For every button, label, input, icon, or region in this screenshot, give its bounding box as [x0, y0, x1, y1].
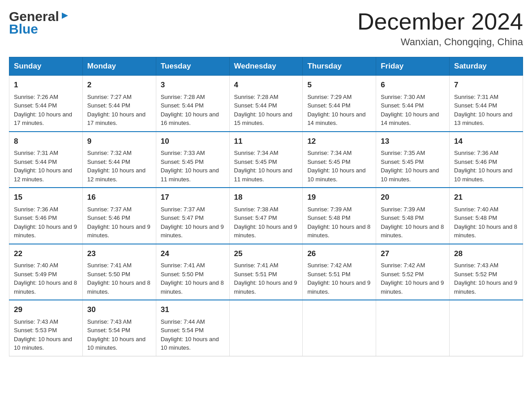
- location-text: Wanxian, Chongqing, China: [357, 36, 523, 48]
- day-number: 26: [307, 248, 371, 260]
- day-info: Sunrise: 7:31 AMSunset: 5:44 PMDaylight:…: [454, 94, 512, 127]
- calendar-cell: 7Sunrise: 7:31 AMSunset: 5:44 PMDaylight…: [450, 76, 523, 132]
- day-number: 21: [454, 192, 518, 203]
- weekday-header-saturday: Saturday: [450, 57, 523, 76]
- calendar-cell: [303, 300, 376, 356]
- calendar-cell: 3Sunrise: 7:28 AMSunset: 5:44 PMDaylight…: [156, 76, 229, 132]
- day-info: Sunrise: 7:26 AMSunset: 5:44 PMDaylight:…: [14, 94, 72, 127]
- day-info: Sunrise: 7:30 AMSunset: 5:44 PMDaylight:…: [381, 94, 439, 127]
- calendar-cell: 2Sunrise: 7:27 AMSunset: 5:44 PMDaylight…: [82, 76, 156, 132]
- day-number: 20: [381, 192, 445, 203]
- calendar-cell: 21Sunrise: 7:40 AMSunset: 5:48 PMDayligh…: [450, 188, 523, 244]
- day-info: Sunrise: 7:37 AMSunset: 5:46 PMDaylight:…: [87, 206, 150, 239]
- calendar-table: SundayMondayTuesdayWednesdayThursdayFrid…: [9, 57, 523, 356]
- calendar-cell: 22Sunrise: 7:40 AMSunset: 5:49 PMDayligh…: [9, 244, 83, 300]
- title-block: December 2024 Wanxian, Chongqing, China: [357, 9, 523, 48]
- day-info: Sunrise: 7:43 AMSunset: 5:52 PMDaylight:…: [454, 262, 517, 295]
- day-number: 4: [234, 79, 298, 91]
- calendar-cell: [450, 300, 523, 356]
- day-number: 10: [161, 136, 225, 147]
- calendar-cell: 20Sunrise: 7:39 AMSunset: 5:48 PMDayligh…: [376, 188, 450, 244]
- day-number: 11: [234, 136, 298, 147]
- day-info: Sunrise: 7:34 AMSunset: 5:45 PMDaylight:…: [234, 150, 292, 183]
- day-number: 9: [87, 136, 151, 147]
- month-title: December 2024: [357, 9, 523, 34]
- calendar-cell: [376, 300, 450, 356]
- weekday-header-thursday: Thursday: [303, 57, 376, 76]
- day-number: 12: [307, 136, 371, 147]
- calendar-cell: 17Sunrise: 7:37 AMSunset: 5:47 PMDayligh…: [156, 188, 229, 244]
- week-row-5: 29Sunrise: 7:43 AMSunset: 5:53 PMDayligh…: [9, 300, 523, 356]
- day-number: 3: [161, 79, 225, 91]
- day-info: Sunrise: 7:43 AMSunset: 5:53 PMDaylight:…: [14, 318, 72, 351]
- day-info: Sunrise: 7:36 AMSunset: 5:46 PMDaylight:…: [14, 206, 77, 239]
- weekday-header-wednesday: Wednesday: [229, 57, 303, 76]
- calendar-cell: [229, 300, 303, 356]
- calendar-cell: 18Sunrise: 7:38 AMSunset: 5:47 PMDayligh…: [229, 188, 303, 244]
- day-number: 14: [454, 136, 518, 147]
- day-info: Sunrise: 7:29 AMSunset: 5:44 PMDaylight:…: [307, 94, 365, 127]
- calendar-cell: 15Sunrise: 7:36 AMSunset: 5:46 PMDayligh…: [9, 188, 83, 244]
- calendar-cell: 23Sunrise: 7:41 AMSunset: 5:50 PMDayligh…: [82, 244, 156, 300]
- logo-blue-text: Blue: [9, 21, 38, 37]
- calendar-cell: 6Sunrise: 7:30 AMSunset: 5:44 PMDaylight…: [376, 76, 450, 132]
- day-info: Sunrise: 7:41 AMSunset: 5:50 PMDaylight:…: [161, 262, 224, 295]
- weekday-header-sunday: Sunday: [9, 57, 83, 76]
- day-number: 1: [14, 79, 78, 91]
- calendar-cell: 28Sunrise: 7:43 AMSunset: 5:52 PMDayligh…: [450, 244, 523, 300]
- day-info: Sunrise: 7:43 AMSunset: 5:54 PMDaylight:…: [87, 318, 146, 351]
- svg-marker-0: [62, 13, 68, 19]
- calendar-cell: 31Sunrise: 7:44 AMSunset: 5:54 PMDayligh…: [156, 300, 229, 356]
- day-number: 30: [87, 304, 151, 316]
- calendar-cell: 9Sunrise: 7:32 AMSunset: 5:44 PMDaylight…: [82, 132, 156, 188]
- day-number: 6: [381, 79, 445, 91]
- day-number: 23: [87, 248, 151, 260]
- week-row-3: 15Sunrise: 7:36 AMSunset: 5:46 PMDayligh…: [9, 188, 523, 244]
- day-number: 19: [307, 192, 371, 203]
- day-info: Sunrise: 7:36 AMSunset: 5:46 PMDaylight:…: [454, 150, 512, 183]
- calendar-cell: 24Sunrise: 7:41 AMSunset: 5:50 PMDayligh…: [156, 244, 229, 300]
- day-number: 5: [307, 79, 371, 91]
- page-header: General Blue December 2024 Wanxian, Chon…: [9, 9, 523, 48]
- day-number: 15: [14, 192, 78, 203]
- week-row-1: 1Sunrise: 7:26 AMSunset: 5:44 PMDaylight…: [9, 76, 523, 132]
- calendar-cell: 10Sunrise: 7:33 AMSunset: 5:45 PMDayligh…: [156, 132, 229, 188]
- calendar-cell: 5Sunrise: 7:29 AMSunset: 5:44 PMDaylight…: [303, 76, 376, 132]
- day-info: Sunrise: 7:41 AMSunset: 5:51 PMDaylight:…: [234, 262, 297, 295]
- day-info: Sunrise: 7:27 AMSunset: 5:44 PMDaylight:…: [87, 94, 146, 127]
- calendar-cell: 13Sunrise: 7:35 AMSunset: 5:45 PMDayligh…: [376, 132, 450, 188]
- day-number: 31: [161, 304, 225, 316]
- day-number: 27: [381, 248, 445, 260]
- calendar-cell: 19Sunrise: 7:39 AMSunset: 5:48 PMDayligh…: [303, 188, 376, 244]
- day-info: Sunrise: 7:42 AMSunset: 5:51 PMDaylight:…: [307, 262, 370, 295]
- weekday-header-tuesday: Tuesday: [156, 57, 229, 76]
- day-number: 24: [161, 248, 225, 260]
- day-info: Sunrise: 7:34 AMSunset: 5:45 PMDaylight:…: [307, 150, 365, 183]
- day-info: Sunrise: 7:44 AMSunset: 5:54 PMDaylight:…: [161, 318, 219, 351]
- calendar-cell: 8Sunrise: 7:31 AMSunset: 5:44 PMDaylight…: [9, 132, 83, 188]
- week-row-4: 22Sunrise: 7:40 AMSunset: 5:49 PMDayligh…: [9, 244, 523, 300]
- day-number: 13: [381, 136, 445, 147]
- calendar-cell: 14Sunrise: 7:36 AMSunset: 5:46 PMDayligh…: [450, 132, 523, 188]
- day-number: 22: [14, 248, 78, 260]
- day-info: Sunrise: 7:41 AMSunset: 5:50 PMDaylight:…: [87, 262, 150, 295]
- day-number: 29: [14, 304, 78, 316]
- day-info: Sunrise: 7:31 AMSunset: 5:44 PMDaylight:…: [14, 150, 72, 183]
- calendar-cell: 4Sunrise: 7:28 AMSunset: 5:44 PMDaylight…: [229, 76, 303, 132]
- calendar-cell: 16Sunrise: 7:37 AMSunset: 5:46 PMDayligh…: [82, 188, 156, 244]
- calendar-cell: 1Sunrise: 7:26 AMSunset: 5:44 PMDaylight…: [9, 76, 83, 132]
- day-info: Sunrise: 7:32 AMSunset: 5:44 PMDaylight:…: [87, 150, 146, 183]
- day-info: Sunrise: 7:39 AMSunset: 5:48 PMDaylight:…: [381, 206, 444, 239]
- calendar-cell: 12Sunrise: 7:34 AMSunset: 5:45 PMDayligh…: [303, 132, 376, 188]
- calendar-cell: 26Sunrise: 7:42 AMSunset: 5:51 PMDayligh…: [303, 244, 376, 300]
- logo-triangle-icon: [60, 11, 70, 21]
- day-info: Sunrise: 7:42 AMSunset: 5:52 PMDaylight:…: [381, 262, 444, 295]
- day-number: 18: [234, 192, 298, 203]
- weekday-header-monday: Monday: [82, 57, 156, 76]
- calendar-cell: 11Sunrise: 7:34 AMSunset: 5:45 PMDayligh…: [229, 132, 303, 188]
- day-info: Sunrise: 7:38 AMSunset: 5:47 PMDaylight:…: [234, 206, 297, 239]
- day-number: 2: [87, 79, 151, 91]
- week-row-2: 8Sunrise: 7:31 AMSunset: 5:44 PMDaylight…: [9, 132, 523, 188]
- calendar-cell: 30Sunrise: 7:43 AMSunset: 5:54 PMDayligh…: [82, 300, 156, 356]
- calendar-cell: 29Sunrise: 7:43 AMSunset: 5:53 PMDayligh…: [9, 300, 83, 356]
